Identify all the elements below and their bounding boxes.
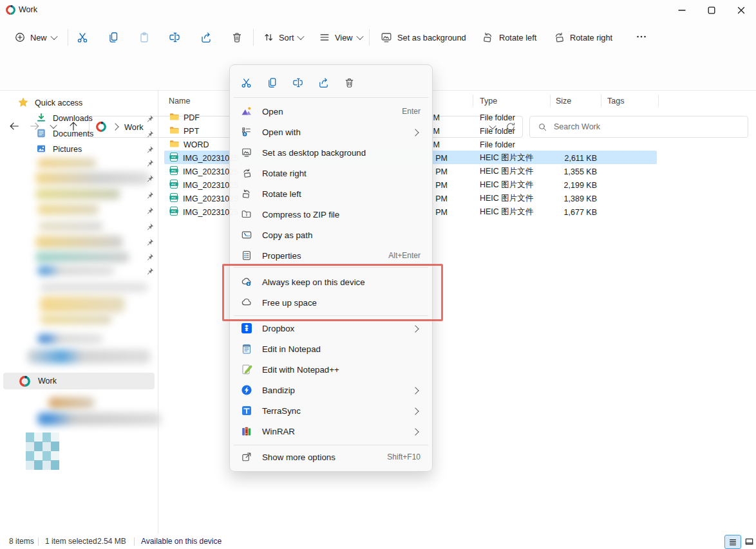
thumbnail-view-icon bbox=[744, 537, 754, 546]
menu-item-edit-in-notepad[interactable]: Edit in Notepad bbox=[232, 339, 430, 359]
menu-item-open[interactable]: Open Enter bbox=[232, 101, 430, 122]
sidebar-item-work-selected[interactable]: Work bbox=[3, 373, 155, 389]
file-size: 2,199 KB bbox=[533, 178, 597, 192]
context-menu-quick-actions bbox=[230, 71, 432, 93]
copy-icon[interactable] bbox=[265, 75, 279, 89]
menu-item-label: Copy as path bbox=[262, 230, 312, 240]
menu-item-terrasync[interactable]: TerraSync bbox=[232, 400, 430, 421]
minimize-button[interactable] bbox=[667, 0, 697, 21]
menu-item-set-as-desktop-background[interactable]: Set as desktop background bbox=[232, 142, 430, 163]
more-options-button[interactable] bbox=[630, 27, 653, 48]
trash-icon[interactable] bbox=[342, 75, 356, 89]
menu-item-free-up-space[interactable]: Free up space bbox=[232, 292, 430, 313]
redacted-sidebar-item[interactable] bbox=[48, 397, 95, 409]
redacted-sidebar-item[interactable] bbox=[37, 266, 115, 275]
rename-icon bbox=[168, 31, 181, 44]
close-button[interactable] bbox=[726, 0, 756, 21]
details-view-toggle[interactable] bbox=[724, 535, 741, 549]
menu-item-label: Always keep on this device bbox=[262, 277, 365, 287]
rotate-left-button[interactable]: Rotate left bbox=[477, 27, 542, 48]
menu-item-label: Show more options bbox=[262, 452, 335, 462]
thumbnail-view-toggle[interactable] bbox=[742, 535, 756, 548]
redacted-sidebar-item[interactable] bbox=[37, 334, 103, 344]
rename-icon[interactable] bbox=[290, 75, 305, 89]
availability-status: Available on this device bbox=[141, 536, 222, 546]
menu-item-label: Dropbox bbox=[262, 324, 294, 333]
menu-item-label: Set as desktop background bbox=[262, 148, 366, 158]
column-header-type[interactable]: Type bbox=[480, 94, 497, 107]
copy-button[interactable] bbox=[102, 27, 125, 48]
column-separator[interactable] bbox=[601, 95, 601, 107]
folder-icon bbox=[169, 111, 180, 124]
delete-button[interactable] bbox=[225, 27, 249, 48]
menu-item-compress-to-zip[interactable]: Compress to ZIP file bbox=[232, 204, 430, 225]
pin-icon bbox=[146, 253, 154, 261]
sort-button-label: Sort bbox=[279, 33, 294, 42]
terrasync-icon bbox=[240, 404, 253, 417]
chevron-down-icon bbox=[356, 33, 363, 40]
redacted-sidebar-item[interactable] bbox=[40, 283, 148, 292]
menu-item-copy-as-path[interactable]: Copy as path bbox=[232, 225, 430, 245]
file-size: 1,677 KB bbox=[533, 205, 597, 219]
menu-item-properties[interactable]: Properties Alt+Enter bbox=[232, 245, 430, 266]
redacted-sidebar-item[interactable] bbox=[27, 349, 151, 364]
heic-pic-icon: PIC bbox=[169, 179, 179, 191]
heic-pic-icon: PIC bbox=[169, 165, 179, 178]
cut-button[interactable] bbox=[71, 27, 94, 48]
menu-separator bbox=[234, 315, 428, 316]
menu-item-rotate-right[interactable]: Rotate right bbox=[232, 163, 430, 183]
column-separator[interactable] bbox=[658, 95, 659, 107]
menu-item-always-keep-on-this-device[interactable]: Always keep on this device bbox=[232, 272, 430, 292]
set-as-background-button[interactable]: Set as background bbox=[375, 27, 471, 48]
menu-item-rotate-left[interactable]: Rotate left bbox=[232, 183, 430, 204]
heic-pic-icon: PIC bbox=[169, 152, 179, 164]
sort-button[interactable]: Sort bbox=[258, 27, 308, 48]
column-separator[interactable] bbox=[473, 95, 473, 107]
menu-item-label: Open bbox=[262, 107, 283, 116]
share-icon[interactable] bbox=[316, 75, 330, 89]
copy-icon bbox=[107, 31, 120, 44]
new-button[interactable]: New bbox=[9, 27, 62, 48]
redacted-sidebar-item[interactable] bbox=[35, 252, 129, 263]
redacted-sidebar-item[interactable] bbox=[40, 296, 125, 313]
trash-icon bbox=[231, 31, 243, 44]
window-title: Work bbox=[19, 5, 37, 14]
column-header-size[interactable]: Size bbox=[556, 94, 571, 107]
menu-item-show-more-options[interactable]: Show more options Shift+F10 bbox=[232, 447, 430, 467]
file-name: PPT bbox=[184, 127, 199, 136]
paste-button[interactable] bbox=[133, 27, 156, 48]
menu-separator bbox=[234, 267, 428, 268]
view-button[interactable]: View bbox=[314, 27, 368, 48]
sidebar-item-quick-access[interactable]: Quick access bbox=[18, 95, 82, 111]
rotate-right-button[interactable]: Rotate right bbox=[547, 27, 618, 48]
items-count: 8 items bbox=[9, 536, 34, 546]
dropbox-icon bbox=[240, 322, 253, 335]
details-view-icon bbox=[728, 537, 737, 546]
share-button[interactable] bbox=[194, 27, 218, 48]
menu-item-edit-with-notepad-plus-plus[interactable]: Edit with Notepad++ bbox=[232, 359, 430, 380]
chevron-down-icon bbox=[50, 33, 57, 40]
bandizip-icon bbox=[240, 384, 253, 396]
menu-item-label: Free up space bbox=[262, 298, 317, 308]
redacted-sidebar-item[interactable] bbox=[40, 315, 112, 324]
column-header-tags[interactable]: Tags bbox=[607, 94, 624, 107]
menu-item-winrar[interactable]: WinRAR bbox=[232, 421, 430, 442]
menu-item-bandizip[interactable]: Bandizip bbox=[232, 380, 430, 400]
chevron-right-icon bbox=[413, 405, 418, 416]
menu-item-label: WinRAR bbox=[262, 427, 295, 436]
redacted-sidebar-item[interactable] bbox=[37, 413, 161, 425]
column-separator[interactable] bbox=[550, 95, 551, 107]
maximize-button[interactable] bbox=[697, 0, 726, 21]
menu-item-open-with[interactable]: Open with bbox=[232, 122, 430, 142]
menu-item-dropbox[interactable]: Dropbox bbox=[232, 318, 430, 339]
view-lines-icon bbox=[319, 32, 330, 43]
rename-button[interactable] bbox=[163, 27, 186, 48]
folder-icon bbox=[169, 125, 180, 137]
cut-icon[interactable] bbox=[239, 75, 253, 89]
redacted-sidebar-item[interactable] bbox=[35, 236, 123, 248]
zip-folder-icon bbox=[240, 208, 253, 221]
redacted-sidebar-item[interactable] bbox=[39, 221, 103, 231]
set-as-background-icon bbox=[380, 31, 393, 44]
rotate-left-icon bbox=[482, 31, 495, 44]
column-header-name[interactable]: Name bbox=[169, 94, 190, 107]
